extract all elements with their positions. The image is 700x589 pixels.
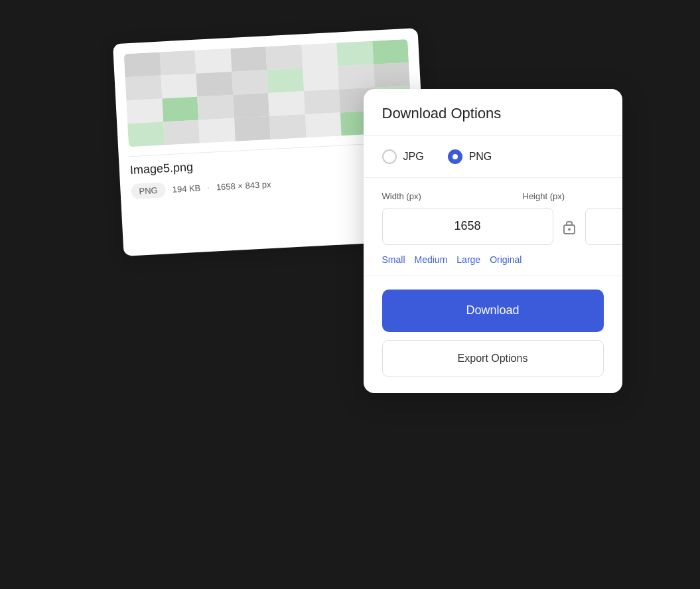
png-label: PNG xyxy=(469,151,492,163)
preset-small[interactable]: Small xyxy=(382,254,405,265)
preset-original[interactable]: Original xyxy=(490,254,522,265)
dimension-labels: Width (px) Height (px) xyxy=(382,191,604,201)
height-label: Height (px) xyxy=(523,191,604,201)
height-input[interactable]: 843 xyxy=(585,208,622,245)
width-label: Width (px) xyxy=(382,191,463,201)
size-presets: Small Medium Large Original xyxy=(382,254,604,265)
download-options-card: Download Options JPG PNG Width (px) Heig… xyxy=(364,89,622,393)
jpg-option[interactable]: JPG xyxy=(382,149,424,164)
actions-section: Download Export Options xyxy=(364,276,622,393)
jpg-radio[interactable] xyxy=(382,149,397,164)
file-size: 194 KB xyxy=(172,183,200,194)
image-dimensions: 1658 × 843 px xyxy=(216,179,271,192)
download-button[interactable]: Download xyxy=(382,290,604,332)
export-options-button[interactable]: Export Options xyxy=(382,340,604,377)
card-title: Download Options xyxy=(382,105,604,122)
preset-large[interactable]: Large xyxy=(456,254,480,265)
width-input[interactable]: 1658 xyxy=(382,208,553,245)
format-section: JPG PNG xyxy=(364,136,622,178)
svg-point-1 xyxy=(568,228,571,230)
radio-selected-dot xyxy=(453,154,458,159)
lock-icon xyxy=(560,217,579,236)
preset-medium[interactable]: Medium xyxy=(415,254,448,265)
meta-separator: · xyxy=(206,182,209,192)
png-option[interactable]: PNG xyxy=(448,149,492,164)
card-header: Download Options xyxy=(364,89,622,136)
dimensions-section: Width (px) Height (px) 1658 843 Small Me… xyxy=(364,178,622,276)
jpg-label: JPG xyxy=(403,151,424,163)
format-badge: PNG xyxy=(131,182,166,199)
png-radio[interactable] xyxy=(448,149,462,164)
dimension-inputs: 1658 843 xyxy=(382,208,604,245)
